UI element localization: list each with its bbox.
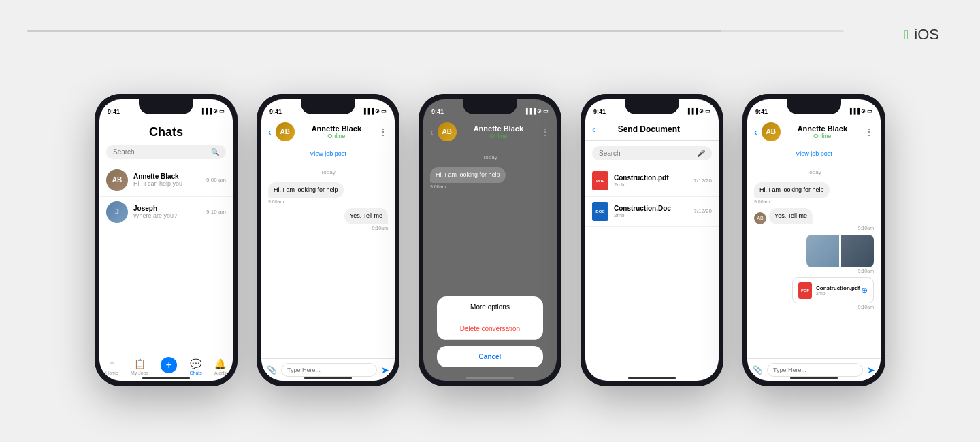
doc-date-pdf: 7/12/20 <box>693 177 712 184</box>
header-avatar-5: AB <box>762 122 781 141</box>
fab-button[interactable]: + <box>161 357 177 373</box>
msg-time-received-5: 9:00am <box>754 199 874 204</box>
msg-row-sent-2: Yes, Tell me 9:10am <box>268 208 388 231</box>
view-job-post-2[interactable]: View job post <box>261 146 395 161</box>
doc-name-doc: Construction.Doc <box>614 205 688 212</box>
notch-1 <box>139 99 193 114</box>
search-doc-bar[interactable]: 🎤 <box>592 146 712 160</box>
back-button-2[interactable]: ‹ <box>268 126 272 137</box>
msg-received-5: Hi, I am looking for help <box>754 182 830 199</box>
screen-content-2: ‹ AB Annette Black Online ⋮ View job pos… <box>261 118 395 381</box>
attach-icon-5[interactable]: 📎 <box>753 365 763 375</box>
pdf-attach-size: 2mb <box>816 291 857 296</box>
status-icons-4: ▐▐▐ ⊙ ▭ <box>686 108 710 114</box>
alerts-icon: 🔔 <box>214 358 226 369</box>
myjobs-icon: 📋 <box>134 358 146 369</box>
status-icons-2: ▐▐▐ ⊙ ▭ <box>362 108 387 114</box>
avatar-img-2: AB <box>276 122 295 141</box>
msg-row-pdf: PDF Construction.pdf 2mb ⊕ 9:10am <box>754 277 874 309</box>
pdf-time: 9:10am <box>858 305 874 309</box>
header-name-2: Annette Black <box>312 124 361 133</box>
battery-3: ▭ <box>543 108 549 114</box>
chat-info-annette: Annette Black Hi , I can help you <box>133 173 201 187</box>
download-icon[interactable]: ⊕ <box>861 286 868 295</box>
header-name-3: Annette Black <box>474 124 523 133</box>
screen-3: 9:41 ▐▐▐ ⊙ ▭ ‹ AB Annette Black <box>423 99 557 381</box>
msg-with-avatar: AB Yes, Tell me <box>754 208 874 224</box>
home-indicator-2 <box>304 377 352 379</box>
msg-time-received-2: 9:00am <box>268 199 388 204</box>
pdf-icon-1: PDF <box>592 171 608 190</box>
context-cancel[interactable]: Cancel <box>437 346 543 367</box>
search-icon-1: 🔍 <box>211 148 219 156</box>
nav-fab[interactable]: + <box>161 358 177 375</box>
header-status-3: Online <box>489 133 507 139</box>
avatar-joseph-initials: J <box>106 201 128 223</box>
nav-myjobs[interactable]: 📋 My Jobs <box>131 358 148 375</box>
view-job-post-5[interactable]: View job post <box>747 146 881 161</box>
wifi-4: ⊙ <box>699 108 704 114</box>
nav-alerts[interactable]: 🔔 Alerts <box>214 358 227 375</box>
chat-item-annette[interactable]: AB Annette Black Hi , I can help you 9:0… <box>99 165 233 197</box>
chat-time-annette: 9:00 am <box>206 177 226 183</box>
date-divider-3: Today <box>430 154 550 160</box>
dots-menu-5[interactable]: ⋮ <box>864 126 874 137</box>
send-icon-5[interactable]: ➤ <box>867 364 875 375</box>
context-more-options[interactable]: More options <box>437 296 543 318</box>
search-bar-1[interactable]: 🔍 <box>106 145 226 159</box>
chat-img-1 <box>806 235 839 267</box>
myjobs-label: My Jobs <box>131 371 148 375</box>
search-input-1[interactable] <box>113 148 208 156</box>
wifi-5: ⊙ <box>861 108 866 114</box>
pdf-attach-icon: PDF <box>798 282 812 299</box>
context-delete[interactable]: Delete conversation <box>437 318 543 340</box>
send-icon-2[interactable]: ➤ <box>381 364 389 375</box>
msg-row-received-5: Hi, I am looking for help 9:00am <box>754 182 874 205</box>
chat-input-5[interactable] <box>767 363 863 377</box>
search-doc-input[interactable] <box>599 150 693 157</box>
notch-2 <box>301 99 355 114</box>
doc-icon-1: DOC <box>592 202 608 221</box>
nav-chats[interactable]: 💬 Chats <box>189 358 201 375</box>
screen-content-1: Chats 🔍 AB Annette Black Hi , I can help… <box>99 118 233 381</box>
chat-name-joseph: Joseph <box>133 205 201 212</box>
chat-item-joseph[interactable]: J Joseph Where are you? 9:10 am <box>99 197 233 228</box>
doc-size-pdf: 2mb <box>614 182 688 188</box>
doc-size-doc: 2mb <box>614 212 688 218</box>
avatar-img-3: AB <box>438 122 457 141</box>
wifi-icon: ⊙ <box>213 108 218 114</box>
chats-title: Chats <box>99 118 233 145</box>
send-doc-title: Send Document <box>595 124 702 134</box>
doc-item-doc[interactable]: DOC Construction.Doc 2mb 7/12/20 <box>585 197 719 227</box>
header-name-5: Annette Black <box>798 124 847 133</box>
time-5: 9:41 <box>755 108 768 115</box>
mic-icon: 🎤 <box>697 150 705 157</box>
pdf-attach-name: Construction.pdf <box>816 285 857 291</box>
chat-name-annette: Annette Black <box>133 173 201 180</box>
back-button-3[interactable]: ‹ <box>430 126 434 137</box>
msg-sent-2: Yes, Tell me <box>344 208 388 224</box>
chat-img-2 <box>841 235 874 267</box>
apple-icon:  <box>904 27 909 43</box>
chat-input-2[interactable] <box>281 363 377 377</box>
attach-icon-2[interactable]: 📎 <box>267 365 277 375</box>
dots-menu-3[interactable]: ⋮ <box>540 126 550 137</box>
chat-pdf-attachment[interactable]: PDF Construction.pdf 2mb ⊕ <box>792 277 874 303</box>
dots-menu-2[interactable]: ⋮ <box>378 126 388 137</box>
header-avatar-2: AB <box>276 122 295 141</box>
msg-time-sent-5: 9:10am <box>858 226 874 231</box>
screen-5: 9:41 ▐▐▐ ⊙ ▭ ‹ AB Annette Black <box>747 99 881 381</box>
doc-item-pdf[interactable]: PDF Construction.pdf 2mb 7/12/20 <box>585 166 719 197</box>
chat-preview-joseph: Where are you? <box>133 212 201 219</box>
battery-5: ▭ <box>867 108 872 114</box>
nav-home[interactable]: ⌂ Home <box>105 358 118 375</box>
home-indicator-1 <box>142 377 190 379</box>
status-icons-3: ▐▐▐ ⊙ ▭ <box>524 108 549 114</box>
signal-2: ▐▐▐ <box>362 108 374 114</box>
msg-row-sent-5: AB Yes, Tell me 9:10am <box>754 208 874 231</box>
avatar-img-5: AB <box>762 122 781 141</box>
back-button-5[interactable]: ‹ <box>754 126 757 137</box>
small-avatar-5: AB <box>754 212 766 224</box>
chat-info-joseph: Joseph Where are you? <box>133 205 201 219</box>
ios-label: iOS <box>914 26 939 44</box>
